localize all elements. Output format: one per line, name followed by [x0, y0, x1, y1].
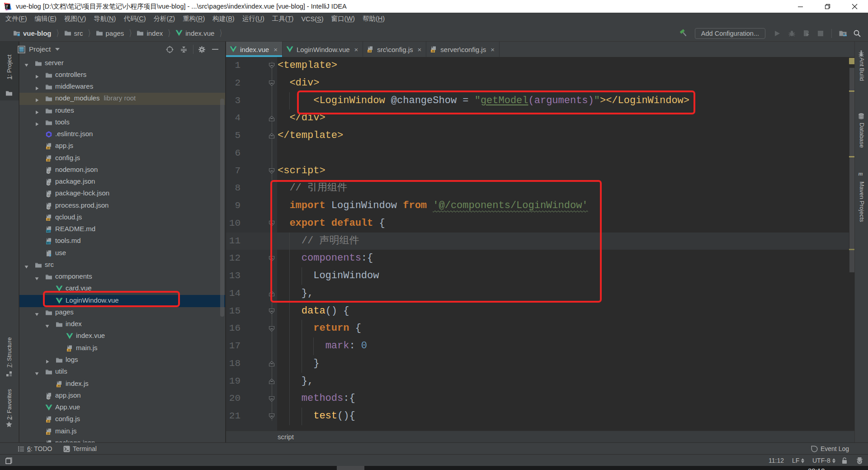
tree-scrollbar[interactable]	[220, 99, 224, 317]
tab-close-icon[interactable]: ×	[491, 46, 495, 53]
database-stripe-button[interactable]: Database	[859, 123, 865, 148]
locate-file-button[interactable]	[166, 42, 174, 57]
project-panel-title[interactable]: Project	[29, 45, 51, 53]
tree-collapsed-arrow-icon[interactable]	[34, 120, 39, 125]
editor-tab-src-config-js[interactable]: JSsrc\config.js×	[363, 42, 426, 57]
menu-item-b[interactable]: 构建(B)	[209, 13, 238, 24]
menu-item-v[interactable]: 视图(V)	[61, 13, 90, 24]
restore-button[interactable]	[814, 0, 841, 13]
run-button[interactable]	[772, 28, 782, 38]
tree-item-index-js[interactable]: JSindex.js	[19, 378, 225, 390]
highlighting-level-button[interactable]	[856, 455, 863, 466]
menu-item-z[interactable]: 分析(Z)	[150, 13, 179, 24]
warning-stripe-mark[interactable]	[849, 156, 854, 157]
fold-marker-down-icon[interactable]	[269, 396, 275, 402]
tree-item-tools-md[interactable]: MDtools.md	[19, 235, 225, 247]
tree-item-pages[interactable]: pages	[19, 307, 225, 319]
breadcrumb-item-pages[interactable]: pages	[96, 29, 124, 37]
fold-marker-up-icon[interactable]	[269, 361, 275, 367]
stop-button[interactable]	[816, 28, 826, 38]
project-stripe-label[interactable]: 1: Project	[6, 55, 13, 80]
project-structure-button[interactable]	[838, 28, 848, 38]
collapse-all-button[interactable]	[180, 42, 188, 57]
warning-stripe-mark[interactable]	[849, 249, 854, 250]
menu-item-h[interactable]: 帮助(H)	[359, 13, 388, 24]
tree-item-server[interactable]: server	[19, 57, 225, 70]
tab-close-icon[interactable]: ×	[354, 46, 359, 53]
ant-build-stripe-button[interactable]: Ant Build	[859, 57, 865, 81]
fold-marker-down-icon[interactable]	[269, 62, 275, 69]
tab-close-icon[interactable]: ×	[418, 46, 422, 53]
minimize-button[interactable]	[787, 0, 814, 13]
tree-item-routes[interactable]: routes	[19, 105, 225, 117]
tree-item-main-js[interactable]: JSmain.js	[19, 426, 225, 438]
editor-breadcrumb-item[interactable]: script	[278, 433, 294, 441]
maven-projects-stripe-button[interactable]: Maven Projects	[859, 181, 865, 222]
tree-expanded-arrow-icon[interactable]	[45, 322, 50, 327]
breadcrumb-item-index[interactable]: index	[137, 29, 163, 37]
tab-close-icon[interactable]: ×	[274, 46, 278, 53]
tree-item-logs[interactable]: logs	[19, 354, 225, 366]
tree-item-package-json[interactable]: {}package.json	[19, 176, 225, 188]
tree-item-index-vue[interactable]: index.vue	[19, 330, 225, 342]
tree-item-src[interactable]: src	[19, 259, 225, 271]
tree-item-index[interactable]: index	[19, 318, 225, 331]
structure-stripe-button[interactable]: 7: Structure	[6, 337, 13, 367]
taskbar-button[interactable]	[337, 466, 364, 470]
tree-collapsed-arrow-icon[interactable]	[34, 96, 39, 101]
fold-marker-down-icon[interactable]	[269, 308, 275, 314]
tree-item-node-modules[interactable]: node_moduleslibrary root	[19, 93, 225, 105]
favorites-stripe-button[interactable]: 2: Favorites	[6, 389, 13, 420]
tree-item-tools[interactable]: tools	[19, 117, 225, 129]
tree-collapsed-arrow-icon[interactable]	[34, 109, 39, 114]
encoding-widget[interactable]: UTF-8	[812, 455, 835, 466]
menu-item-f[interactable]: 文件(F)	[2, 13, 31, 24]
fold-marker-up-icon[interactable]	[269, 378, 275, 385]
breadcrumb-item-src[interactable]: src	[64, 29, 83, 37]
fold-marker-down-icon[interactable]	[269, 168, 275, 174]
warning-stripe-mark[interactable]	[849, 90, 854, 92]
fold-marker-down-icon[interactable]	[269, 413, 275, 419]
menu-item-n[interactable]: 导航(N)	[90, 13, 119, 24]
tree-collapsed-arrow-icon[interactable]	[45, 358, 50, 363]
tree-item-components[interactable]: components	[19, 271, 225, 283]
tree-expanded-arrow-icon[interactable]	[34, 310, 39, 315]
breadcrumb-item-index-vue[interactable]: index.vue	[175, 29, 214, 37]
build-project-button[interactable]	[679, 28, 689, 38]
run-with-coverage-button[interactable]	[801, 28, 811, 38]
tree-item-use[interactable]: ?use	[19, 247, 225, 260]
tree-item-config-js[interactable]: JSconfig.js	[19, 413, 225, 426]
panel-settings-button[interactable]	[198, 42, 206, 57]
tree-expanded-arrow-icon[interactable]	[24, 61, 29, 66]
tree-expanded-arrow-icon[interactable]	[24, 263, 29, 268]
search-everywhere-button[interactable]	[852, 28, 862, 38]
tree-item-utils[interactable]: utils	[19, 366, 225, 378]
editor-scrollbar[interactable]	[849, 68, 854, 272]
menu-item-s[interactable]: VCS(S)	[297, 14, 327, 24]
tree-item-main-js[interactable]: JSmain.js	[19, 342, 225, 355]
hide-panel-button[interactable]	[212, 42, 219, 57]
close-button[interactable]	[841, 0, 868, 13]
fold-marker-down-icon[interactable]	[269, 326, 275, 332]
editor-tab-index-vue[interactable]: index.vue×	[226, 42, 283, 57]
tree-item-process-prod-json[interactable]: {}process.prod.json	[19, 200, 225, 212]
tree-item-readme-md[interactable]: MDREADME.md	[19, 223, 225, 236]
tree-item-package-lock-json[interactable]: {}package-lock.json	[19, 188, 225, 200]
readonly-toggle-button[interactable]	[841, 455, 848, 466]
editor-tab-server-config-js[interactable]: JSserver\config.js×	[426, 42, 500, 57]
event-log-button[interactable]: Event Log	[811, 443, 849, 455]
line-separator-widget[interactable]: LF	[792, 455, 804, 466]
menu-item-e[interactable]: 编辑(E)	[31, 13, 60, 24]
terminal-stripe-button[interactable]: Terminal	[63, 443, 97, 455]
menu-item-w[interactable]: 窗口(W)	[328, 13, 359, 24]
toolwindow-switcher-button[interactable]	[5, 455, 13, 466]
tree-item--eslintrc-json[interactable]: .eslintrc.json	[19, 128, 225, 141]
add-configuration-button[interactable]: Add Configuration...	[695, 28, 765, 39]
tree-item-app-vue[interactable]: App.vue	[19, 402, 225, 414]
breadcrumb-item-vue-blog[interactable]: vue-blog	[13, 29, 52, 37]
menu-item-r[interactable]: 重构(R)	[179, 13, 208, 24]
caret-position-widget[interactable]: 11:12	[769, 455, 784, 466]
fold-marker-down-icon[interactable]	[269, 80, 275, 86]
tree-collapsed-arrow-icon[interactable]	[34, 73, 39, 78]
tree-item-app-js[interactable]: JSapp.js	[19, 140, 225, 152]
